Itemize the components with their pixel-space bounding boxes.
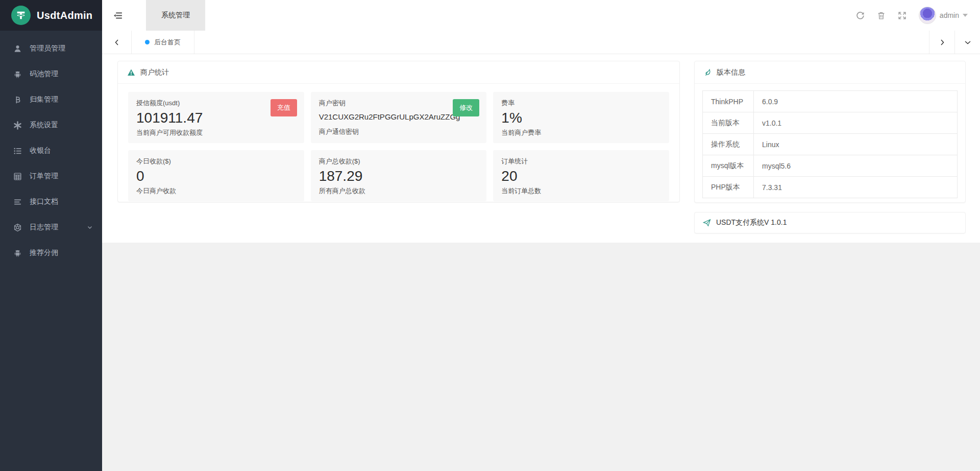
version-key: 操作系统 xyxy=(703,134,754,155)
table-row: mysql版本 mysql5.6 xyxy=(703,155,958,177)
menu-fold-icon xyxy=(113,11,123,20)
table-row: ThinkPHP 6.0.9 xyxy=(703,91,958,112)
stat-card-order-count: 订单统计 20 当前订单总数 xyxy=(493,150,669,201)
stat-value: 1% xyxy=(501,109,661,127)
sidebar-item-label: 接口文档 xyxy=(30,197,58,206)
chevron-down-icon xyxy=(964,39,971,46)
tabs-scroll-right-button[interactable] xyxy=(929,31,954,54)
stat-card-fee-rate: 费率 1% 当前商户费率 xyxy=(493,92,669,143)
chevron-right-icon xyxy=(939,39,946,46)
sidebar-item-label: 订单管理 xyxy=(30,172,58,181)
tabs-menu-button[interactable] xyxy=(954,31,980,54)
stats-cards-grid: 授信额度(usdt) 101911.47 当前商户可用收款额度 充值 商户密钥 … xyxy=(118,84,679,209)
stat-sub: 今日商户收款 xyxy=(136,186,296,196)
recharge-button[interactable]: 充值 xyxy=(271,99,297,116)
stat-sub: 当前订单总数 xyxy=(501,186,661,196)
paper-plane-icon xyxy=(703,219,711,227)
panel-title: 商户统计 xyxy=(140,68,169,77)
version-value: Linux xyxy=(754,134,958,155)
sidebar-item-code-pool[interactable]: 码池管理 xyxy=(0,61,102,87)
tether-logo-icon xyxy=(11,6,31,25)
version-value: v1.0.1 xyxy=(754,112,958,134)
table-icon xyxy=(13,172,22,181)
right-column: 版本信息 ThinkPHP 6.0.9 当前版本 v1.0.1 xyxy=(694,61,966,243)
stat-label: 订单统计 xyxy=(501,157,661,166)
page-tabs-bar: 后台首页 xyxy=(102,31,980,54)
stat-card-today-income: 今日收款($) 0 今日商户收款 xyxy=(128,150,304,201)
sidebar-item-label: 日志管理 xyxy=(30,223,58,232)
warning-triangle-icon xyxy=(127,68,135,77)
sidebar-item-order-management[interactable]: 订单管理 xyxy=(0,163,102,189)
merchant-stats-header: 商户统计 xyxy=(118,61,679,84)
sidebar-item-log-management[interactable]: 日志管理 xyxy=(0,215,102,240)
stat-sub: 所有商户总收款 xyxy=(319,186,479,196)
app-logo[interactable]: UsdtAdmin xyxy=(0,0,102,31)
sidebar-item-cashier[interactable]: 收银台 xyxy=(0,138,102,163)
table-row: 操作系统 Linux xyxy=(703,134,958,155)
sidebar-fold-button[interactable] xyxy=(102,0,134,31)
avatar xyxy=(919,7,936,24)
list-icon xyxy=(13,147,22,155)
stat-label: 今日收款($) xyxy=(136,157,296,166)
active-tab-dot xyxy=(145,40,150,44)
user-menu[interactable]: admin xyxy=(919,7,968,24)
version-info-header: 版本信息 xyxy=(695,61,965,84)
stat-label: 商户总收款($) xyxy=(319,157,479,166)
stat-card-merchant-key: 商户密钥 V21CUXG2Ru2FtPGGrULpGX2AruZZGg 商户通信… xyxy=(311,92,487,143)
main-content: 商户统计 授信额度(usdt) 101911.47 当前商户可用收款额度 充值 … xyxy=(102,54,980,471)
stat-label: 费率 xyxy=(501,99,661,108)
android-icon xyxy=(13,249,22,257)
stat-card-total-income: 商户总收款($) 187.29 所有商户总收款 xyxy=(311,150,487,201)
sidebar-item-admin-management[interactable]: 管理员管理 xyxy=(0,36,102,61)
merchant-stats-panel: 商户统计 授信额度(usdt) 101911.47 当前商户可用收款额度 充值 … xyxy=(117,61,680,202)
version-table: ThinkPHP 6.0.9 当前版本 v1.0.1 操作系统 Linux xyxy=(702,90,958,198)
stat-card-credit: 授信额度(usdt) 101911.47 当前商户可用收款额度 充值 xyxy=(128,92,304,143)
sidebar-item-label: 系统设置 xyxy=(30,121,58,130)
dashboard-page: 商户统计 授信额度(usdt) 101911.47 当前商户可用收款额度 充值 … xyxy=(102,54,980,243)
modify-key-button[interactable]: 修改 xyxy=(453,99,479,116)
table-row: PHP版本 7.3.31 xyxy=(703,177,958,198)
sidebar-item-label: 收银台 xyxy=(30,146,51,155)
android-icon xyxy=(13,70,22,79)
sidebar-item-referral-commission[interactable]: 推荐分佣 xyxy=(0,240,102,266)
sidebar: UsdtAdmin 管理员管理 码池管理 归集管理 系统设置 收银台 订单管理 xyxy=(0,0,102,471)
document-icon xyxy=(13,198,22,206)
sidebar-item-label: 管理员管理 xyxy=(30,44,65,53)
tabs-spacer xyxy=(194,31,929,54)
version-key: 当前版本 xyxy=(703,112,754,134)
stat-sub: 当前商户费率 xyxy=(501,128,661,137)
sidebar-item-api-docs[interactable]: 接口文档 xyxy=(0,189,102,215)
tab-home[interactable]: 后台首页 xyxy=(132,31,194,54)
sidebar-item-label: 码池管理 xyxy=(30,69,58,79)
stat-sub: 当前商户可用收款额度 xyxy=(136,128,296,137)
panel-title: 版本信息 xyxy=(717,68,745,77)
version-value: 6.0.9 xyxy=(754,91,958,112)
chevron-down-icon xyxy=(87,224,93,230)
table-row: 当前版本 v1.0.1 xyxy=(703,112,958,134)
stat-value: 187.29 xyxy=(319,167,479,185)
version-key: ThinkPHP xyxy=(703,91,754,112)
tab-label: 系统管理 xyxy=(161,11,190,20)
version-info-panel: 版本信息 ThinkPHP 6.0.9 当前版本 v1.0.1 xyxy=(694,61,966,203)
trash-icon[interactable] xyxy=(877,11,886,20)
leaf-icon xyxy=(704,68,712,77)
topbar-actions: admin xyxy=(856,0,980,31)
tabs-scroll-left-button[interactable] xyxy=(102,31,132,54)
user-icon xyxy=(13,44,22,53)
tab-system-management[interactable]: 系统管理 xyxy=(146,0,205,31)
sidebar-item-system-settings[interactable]: 系统设置 xyxy=(0,112,102,138)
hexagon-icon xyxy=(13,223,22,232)
version-table-wrap: ThinkPHP 6.0.9 当前版本 v1.0.1 操作系统 Linux xyxy=(695,84,965,205)
system-version-text: USDT支付系统V 1.0.1 xyxy=(716,218,787,227)
bitcoin-icon xyxy=(13,96,22,104)
fullscreen-icon[interactable] xyxy=(898,11,906,20)
chevron-left-icon xyxy=(113,39,120,46)
version-value: 7.3.31 xyxy=(754,177,958,198)
sidebar-item-label: 推荐分佣 xyxy=(30,248,58,257)
refresh-icon[interactable] xyxy=(856,11,865,20)
stat-value: 20 xyxy=(501,167,661,185)
stat-sub: 商户通信密钥 xyxy=(319,127,479,136)
version-value: mysql5.6 xyxy=(754,155,958,177)
sidebar-menu: 管理员管理 码池管理 归集管理 系统设置 收银台 订单管理 接口文档 xyxy=(0,31,102,266)
sidebar-item-collection[interactable]: 归集管理 xyxy=(0,87,102,112)
